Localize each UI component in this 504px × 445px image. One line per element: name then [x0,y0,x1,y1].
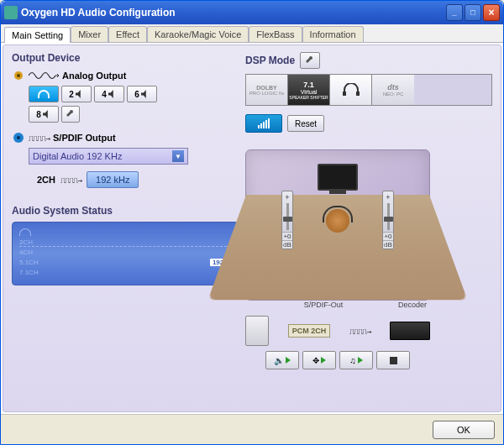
tab-mixer[interactable]: Mixer [71,26,108,42]
speaker-icon [43,110,51,118]
play-speaker-test-button[interactable]: 🔈 [265,351,299,369]
spdif-rate-badge: 192 kHz [87,171,139,188]
svg-rect-4 [343,92,346,96]
play-icon [358,357,363,364]
dsp-mode-bar: DOLBY PRO LOGIC IIx 7.1 Virtual SPEAKER … [245,74,492,106]
spdif-row: ⎍⎍⎍⎍→ S/PDIF Output [12,131,239,144]
sine-wave-icon [29,70,59,81]
wrench-icon [66,109,76,119]
channel-6-button[interactable]: 6 [127,86,157,102]
headphone-icon [19,228,31,236]
decoder-icon [390,322,430,340]
channel-8-button[interactable]: 8 [29,106,59,123]
spdif-info-row: 2CH ⎍⎍⎍⎍→ 192 kHz [37,171,239,188]
square-wave-icon: ⎍⎍⎍⎍→ [29,134,50,143]
speaker-icon [108,90,117,98]
signal-path-labels: S/PDIF-Out Decoder [245,301,430,311]
signal-path: PCM 2CH ⎍⎍⎍⎍→ [245,316,430,346]
status-panel: 2CH 4CH 5.1CH 192K 7.1CH [12,222,239,285]
speaker-icon [12,69,25,82]
play-surround-test-button[interactable]: ✥ [302,351,336,369]
listener-icon [326,209,349,233]
channel-2-button[interactable]: 2 [61,86,92,102]
svg-rect-5 [356,92,360,96]
dsp-settings-button[interactable] [300,52,320,69]
headphone-icon [38,90,50,98]
maximize-button[interactable]: □ [465,4,481,21]
square-wave-icon: ⎍⎍⎍⎍→ [349,327,370,336]
headphone-icon [341,83,361,97]
dsp-mode-dolby[interactable]: DOLBY PRO LOGIC IIx [246,75,288,105]
output-column: Output Device Analog Output 2 4 6 8 [12,52,239,405]
pc-icon [245,316,269,346]
channel-buttons: 2 4 6 [29,86,239,102]
volume-bars-icon [258,118,270,128]
audio-status-heading: Audio System Status [12,205,239,217]
dsp-mode-virtual-speaker[interactable]: 7.1 Virtual SPEAKER SHIFTER [288,75,330,105]
tab-effect[interactable]: Effect [108,26,147,42]
dsp-column: DSP Mode DOLBY PRO LOGIC IIx 7.1 Virtual… [245,52,492,405]
stop-icon [390,357,397,364]
tab-karaoke[interactable]: Karaoke/Magic Voice [147,26,249,42]
master-volume-button[interactable] [245,114,282,133]
right-channel-slider[interactable]: + +0 dB [382,191,394,249]
analog-settings-button[interactable] [61,106,80,123]
optical-icon [12,131,25,144]
speaker-icon [76,90,84,98]
minimize-button[interactable]: _ [446,4,463,21]
tab-main-setting[interactable]: Main Setting [4,27,71,43]
output-device-heading: Output Device [12,52,239,64]
play-music-test-button[interactable]: ♫ [339,351,373,369]
analog-output-label: Analog Output [62,71,126,81]
reset-button[interactable]: Reset [287,115,324,132]
spdif-format-select[interactable]: Digital Audio 192 KHz ▼ [29,148,188,165]
dsp-mode-headphone[interactable] [330,75,372,105]
titlebar[interactable]: Oxygen HD Audio Configuration _ □ × [1,1,503,24]
status-row-2ch: 2CH [19,238,46,246]
square-wave-icon: ⎍⎍⎍⎍→ [60,175,81,185]
chevron-down-icon: ▼ [172,150,184,162]
svg-point-1 [17,74,20,77]
app-icon [4,6,18,19]
playback-controls: 🔈 ✥ ♫ [245,351,430,369]
dsp-mode-heading: DSP Mode [245,55,295,66]
tab-flexbass[interactable]: FlexBass [249,26,302,42]
left-channel-slider[interactable]: + +0 dB [281,191,293,249]
spdif-output-label: S/PDIF Output [53,133,116,143]
tab-bar: Main Setting Mixer Effect Karaoke/Magic … [1,24,503,43]
speaker-room-visualizer[interactable]: + +0 dB + +0 dB [245,149,430,301]
dsp-mode-dts[interactable]: dts NEO: PC [372,75,414,105]
spdif-out-label: S/PDIF-Out [304,301,344,309]
channel-4-button[interactable]: 4 [94,86,124,102]
close-button[interactable]: × [483,4,500,21]
svg-point-3 [17,136,20,139]
wrench-icon [305,55,315,65]
spdif-channel-label: 2CH [37,175,55,185]
window-title: Oxygen HD Audio Configuration [21,7,176,18]
speaker-icon [141,90,150,98]
app-window: Oxygen HD Audio Configuration _ □ × Main… [0,0,504,445]
status-row-4ch: 4CH [19,249,46,256]
pcm-badge: PCM 2CH [288,324,331,338]
ok-button[interactable]: OK [433,421,495,439]
decoder-label: Decoder [398,301,427,309]
spdif-format-value: Digital Audio 192 KHz [33,151,122,161]
stop-button[interactable] [376,351,410,369]
status-row-71ch: 7.1CH [19,269,46,276]
audio-system-status: Audio System Status 2CH 4CH 5.1CH 192K 7… [12,205,239,285]
play-icon [286,357,291,364]
status-row-51ch: 5.1CH [19,259,46,266]
analog-output-row: Analog Output [12,69,239,82]
channel-headphone-button[interactable] [29,86,59,102]
footer: OK [1,414,503,444]
channel-buttons-row2: 8 [29,106,239,123]
tab-information[interactable]: Information [302,26,364,42]
window-controls: _ □ × [446,4,500,21]
main-panel: Output Device Analog Output 2 4 6 8 [3,44,501,412]
play-icon [321,357,326,364]
monitor-icon [318,164,358,191]
